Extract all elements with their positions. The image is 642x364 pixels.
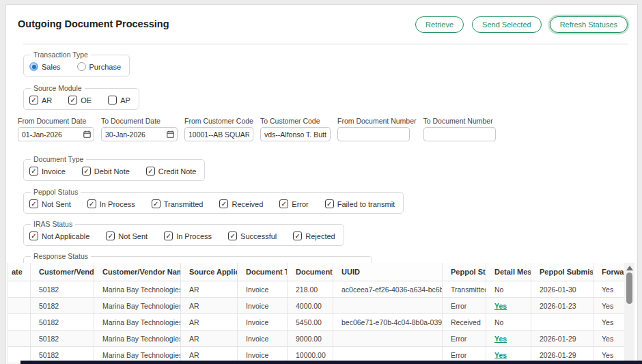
main-panel: Outgoing Document Processing Retrieve Se… <box>5 4 638 364</box>
table-row[interactable]: 50182Marina Bay Technologies Pte LtdARIn… <box>8 281 624 298</box>
checkbox-icon: ✓ <box>279 199 288 208</box>
cell-source-app: AR <box>181 281 238 298</box>
checkbox-label: AR <box>42 96 52 104</box>
table-row[interactable]: 50182Marina Bay Technologies Pte LtdARIn… <box>8 298 624 314</box>
checkbox-icon: ✓ <box>228 232 237 240</box>
cell-date <box>8 314 31 331</box>
detail-message-link[interactable]: Yes <box>494 351 507 359</box>
cell-name: Marina Bay Technologies Pte Ltd <box>94 281 181 298</box>
checkbox-label: Invoice <box>42 167 66 176</box>
radio-label: Sales <box>42 63 61 71</box>
scrollbar-thumb[interactable] <box>626 272 632 304</box>
checkbox-label: Rejected <box>305 232 335 240</box>
cell-code: 50182 <box>31 298 94 314</box>
field-label: To Customer Code <box>260 117 331 125</box>
checkbox-not-sent[interactable]: ✓Not Sent <box>106 232 148 240</box>
checkbox-oe[interactable]: ✓OE <box>68 96 92 104</box>
column-header-peppol-status: Peppol Status <box>443 263 486 281</box>
filter-fields: From Document DateTo Document DateFrom C… <box>18 117 637 141</box>
checkbox-failed-to-transmit[interactable]: ✓Failed to transmit <box>325 199 395 208</box>
radio-purchase[interactable]: Purchase <box>77 62 121 71</box>
scrollbar-up-arrow-icon[interactable] <box>626 266 633 270</box>
column-header-ate: ate <box>8 263 31 281</box>
checkbox-icon: ✓ <box>164 232 173 240</box>
column-header-source-application: Source Application <box>181 263 238 281</box>
cell-forward: Yes <box>594 281 625 298</box>
cell-date <box>8 331 31 347</box>
from-document-date-field: From Document Date <box>18 117 94 141</box>
checkbox-in-process[interactable]: ✓In Process <box>87 199 135 208</box>
bottom-bar <box>20 361 642 364</box>
refresh-statuses-button[interactable]: Refresh Statuses <box>550 16 628 33</box>
checkbox-icon: ✓ <box>82 167 91 176</box>
cell-code: 50182 <box>31 314 94 331</box>
cell-forward: Yes <box>594 298 625 314</box>
checkbox-label: OE <box>81 96 92 104</box>
from-document-number-input[interactable] <box>337 127 410 141</box>
iras-status-legend: IRAS Status <box>31 220 75 228</box>
checkbox-error[interactable]: ✓Error <box>279 199 308 208</box>
to-document-number-input[interactable] <box>423 127 496 141</box>
checkbox-icon: ✓ <box>29 96 38 104</box>
cell-submission-date: 2026-01-30 <box>531 281 594 298</box>
field-label: To Document Number <box>423 117 496 125</box>
cell-doc-type: Invoice <box>238 314 288 331</box>
checkbox-label: Credit Note <box>158 167 197 176</box>
checkbox-transmitted[interactable]: ✓Transmitted <box>152 199 204 208</box>
detail-message-link[interactable]: Yes <box>494 335 507 343</box>
checkbox-label: Not Applicable <box>42 232 89 240</box>
documents-table: ateCustomer/Vendor codeCustomer/Vendor N… <box>8 263 633 364</box>
cell-uuid <box>333 331 443 347</box>
calendar-icon[interactable] <box>83 130 91 138</box>
to-customer-code-field: To Customer Code <box>260 117 331 141</box>
from-customer-code-input[interactable] <box>184 127 253 141</box>
checkbox-icon <box>108 96 117 104</box>
detail-message-link[interactable]: Yes <box>494 302 507 310</box>
transaction-type-group: Transaction Type SalesPurchase <box>23 51 130 76</box>
cell-doc-type: Invoice <box>238 281 288 298</box>
checkbox-in-process[interactable]: ✓In Process <box>164 232 212 240</box>
table-row[interactable]: 50182Marina Bay Technologies Pte LtdARIn… <box>8 331 624 347</box>
cell-detail: Yes <box>486 331 531 347</box>
cell-submission-date: 2026-01-23 <box>531 298 594 314</box>
checkbox-label: AP <box>120 96 130 104</box>
peppol-status-group: Peppol Status ✓Not Sent✓In Process✓Trans… <box>23 188 404 214</box>
checkbox-received[interactable]: ✓Received <box>219 199 263 208</box>
to-customer-code-input[interactable] <box>260 127 331 141</box>
table-header-row: ateCustomer/Vendor codeCustomer/Vendor N… <box>8 263 624 281</box>
column-header-forwa: Forwa <box>594 263 625 281</box>
send-selected-button[interactable]: Send Selected <box>472 16 542 33</box>
column-header-document-type: Document Type <box>238 263 288 281</box>
checkbox-icon: ✓ <box>146 167 155 176</box>
checkbox-not-sent[interactable]: ✓Not Sent <box>29 199 71 208</box>
cell-total: 9000.00 <box>288 331 333 347</box>
cell-code: 50182 <box>31 331 94 347</box>
cell-detail: Yes <box>486 298 531 314</box>
iras-status-group: IRAS Status ✓Not Applicable✓Not Sent✓In … <box>23 220 344 246</box>
radio-sales[interactable]: Sales <box>29 62 61 71</box>
checkbox-ar[interactable]: ✓AR <box>29 96 52 104</box>
retrieve-button[interactable]: Retrieve <box>415 16 464 33</box>
transaction-type-legend: Transaction Type <box>31 51 91 59</box>
cell-detail: No <box>486 314 531 331</box>
cell-uuid: bec06e71-e70b-4c04-8b0a-039da45eddd2 <box>333 314 443 331</box>
radio-label: Purchase <box>89 63 121 71</box>
calendar-icon[interactable] <box>167 130 174 138</box>
cell-source-app: AR <box>181 314 238 331</box>
vertical-scrollbar[interactable] <box>624 263 634 364</box>
column-header-customer-vendor-code: Customer/Vendor code <box>31 263 94 281</box>
table-row[interactable]: 50182Marina Bay Technologies Pte LtdARIn… <box>8 314 624 331</box>
field-label: From Document Date <box>18 117 94 125</box>
from-customer-code-field: From Customer Code <box>184 117 253 141</box>
checkbox-label: Successful <box>240 232 277 240</box>
checkbox-label: Failed to transmit <box>337 200 395 208</box>
checkbox-not-applicable[interactable]: ✓Not Applicable <box>29 232 89 240</box>
checkbox-invoice[interactable]: ✓Invoice <box>29 167 66 176</box>
column-header-document-total: Document Total <box>288 263 333 281</box>
column-header-customer-vendor-name: Customer/Vendor Name <box>94 263 181 281</box>
checkbox-rejected[interactable]: ✓Rejected <box>293 232 335 240</box>
checkbox-debit-note[interactable]: ✓Debit Note <box>82 167 130 176</box>
checkbox-ap[interactable]: AP <box>108 96 130 104</box>
checkbox-successful[interactable]: ✓Successful <box>228 232 277 240</box>
checkbox-credit-note[interactable]: ✓Credit Note <box>146 167 197 176</box>
